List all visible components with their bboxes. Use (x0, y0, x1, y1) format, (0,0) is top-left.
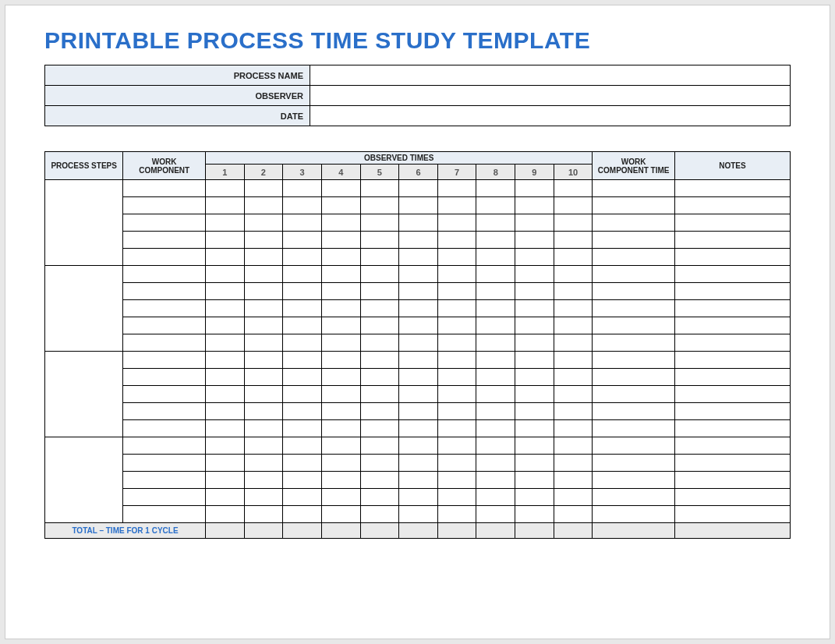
obs-cell[interactable] (205, 472, 244, 489)
obs-cell[interactable] (476, 266, 515, 283)
obs-cell[interactable] (244, 300, 283, 317)
obs-cell[interactable] (515, 369, 554, 386)
obs-cell[interactable] (554, 472, 593, 489)
obs-cell[interactable] (554, 420, 593, 437)
obs-cell[interactable] (360, 386, 399, 403)
obs-cell[interactable] (205, 180, 244, 197)
work-component-time-cell[interactable] (593, 283, 675, 300)
obs-cell[interactable] (437, 266, 476, 283)
obs-cell[interactable] (554, 300, 593, 317)
obs-cell[interactable] (360, 489, 399, 506)
obs-cell[interactable] (321, 232, 360, 249)
obs-cell[interactable] (205, 437, 244, 455)
obs-cell[interactable] (360, 455, 399, 472)
obs-cell[interactable] (283, 506, 322, 523)
obs-cell[interactable] (476, 317, 515, 334)
work-component-cell[interactable] (123, 334, 206, 352)
obs-cell[interactable] (515, 180, 554, 197)
obs-cell[interactable] (399, 506, 438, 523)
obs-cell[interactable] (321, 180, 360, 197)
obs-cell[interactable] (515, 352, 554, 369)
obs-cell[interactable] (360, 420, 399, 437)
obs-cell[interactable] (360, 266, 399, 283)
obs-cell[interactable] (360, 437, 399, 455)
notes-cell[interactable] (675, 232, 791, 249)
obs-cell[interactable] (399, 455, 438, 472)
obs-cell[interactable] (283, 249, 322, 266)
obs-cell[interactable] (244, 489, 283, 506)
obs-cell[interactable] (360, 180, 399, 197)
obs-cell[interactable] (283, 283, 322, 300)
notes-cell[interactable] (675, 472, 791, 489)
obs-cell[interactable] (515, 386, 554, 403)
work-component-cell[interactable] (123, 489, 206, 506)
notes-cell[interactable] (675, 266, 791, 283)
obs-cell[interactable] (244, 266, 283, 283)
obs-cell[interactable] (399, 369, 438, 386)
obs-cell[interactable] (437, 506, 476, 523)
obs-cell[interactable] (437, 352, 476, 369)
obs-cell[interactable] (554, 437, 593, 455)
obs-cell[interactable] (360, 369, 399, 386)
obs-cell[interactable] (554, 214, 593, 232)
obs-cell[interactable] (437, 180, 476, 197)
obs-cell[interactable] (283, 489, 322, 506)
obs-cell[interactable] (399, 249, 438, 266)
obs-cell[interactable] (321, 214, 360, 232)
obs-cell[interactable] (244, 369, 283, 386)
obs-cell[interactable] (244, 249, 283, 266)
notes-cell[interactable] (675, 352, 791, 369)
obs-cell[interactable] (244, 472, 283, 489)
notes-cell[interactable] (675, 334, 791, 352)
work-component-time-cell[interactable] (593, 317, 675, 334)
obs-cell[interactable] (205, 352, 244, 369)
work-component-cell[interactable] (123, 455, 206, 472)
obs-cell[interactable] (321, 489, 360, 506)
obs-cell[interactable] (554, 489, 593, 506)
obs-cell[interactable] (437, 334, 476, 352)
process-step-cell[interactable] (45, 266, 123, 352)
obs-cell[interactable] (515, 437, 554, 455)
obs-cell[interactable] (283, 317, 322, 334)
notes-cell[interactable] (675, 386, 791, 403)
obs-cell[interactable] (399, 232, 438, 249)
obs-cell[interactable] (205, 249, 244, 266)
obs-cell[interactable] (321, 455, 360, 472)
obs-cell[interactable] (244, 506, 283, 523)
obs-cell[interactable] (205, 489, 244, 506)
obs-cell[interactable] (283, 386, 322, 403)
obs-cell[interactable] (399, 352, 438, 369)
obs-cell[interactable] (399, 300, 438, 317)
obs-cell[interactable] (283, 352, 322, 369)
obs-cell[interactable] (515, 266, 554, 283)
obs-cell[interactable] (360, 334, 399, 352)
obs-cell[interactable] (244, 317, 283, 334)
work-component-cell[interactable] (123, 403, 206, 420)
obs-cell[interactable] (360, 352, 399, 369)
work-component-time-cell[interactable] (593, 197, 675, 214)
obs-cell[interactable] (321, 386, 360, 403)
obs-cell[interactable] (283, 180, 322, 197)
notes-cell[interactable] (675, 249, 791, 266)
obs-cell[interactable] (399, 420, 438, 437)
obs-cell[interactable] (476, 214, 515, 232)
obs-cell[interactable] (244, 386, 283, 403)
date-value[interactable] (310, 106, 791, 126)
work-component-cell[interactable] (123, 472, 206, 489)
obs-cell[interactable] (476, 403, 515, 420)
obs-cell[interactable] (205, 300, 244, 317)
obs-cell[interactable] (321, 437, 360, 455)
work-component-time-cell[interactable] (593, 437, 675, 455)
notes-cell[interactable] (675, 300, 791, 317)
work-component-time-cell[interactable] (593, 266, 675, 283)
observer-value[interactable] (310, 86, 791, 106)
work-component-time-cell[interactable] (593, 455, 675, 472)
obs-cell[interactable] (515, 283, 554, 300)
obs-cell[interactable] (205, 403, 244, 420)
obs-cell[interactable] (321, 197, 360, 214)
obs-cell[interactable] (515, 249, 554, 266)
work-component-cell[interactable] (123, 180, 206, 197)
process-step-cell[interactable] (45, 437, 123, 523)
obs-cell[interactable] (205, 455, 244, 472)
work-component-time-cell[interactable] (593, 472, 675, 489)
